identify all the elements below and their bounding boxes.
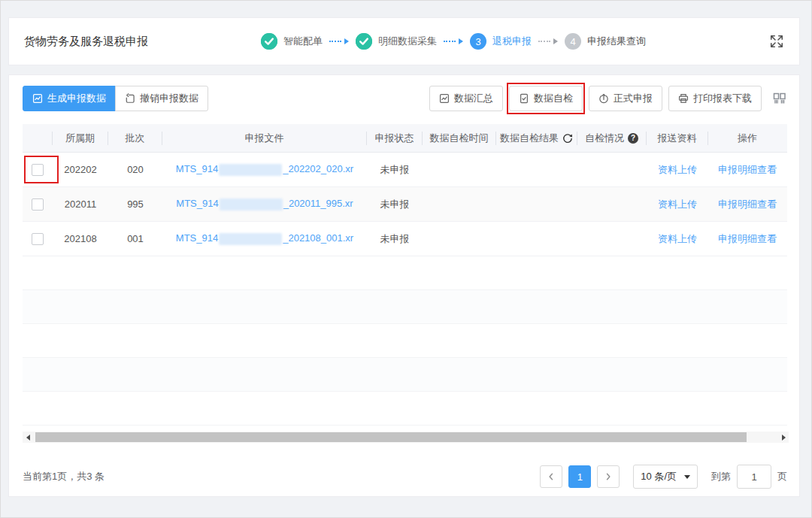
file-link[interactable]: MTS_914_202202_020.xr: [176, 163, 353, 176]
upload-link[interactable]: 资料上传: [658, 163, 697, 177]
prev-page-button[interactable]: [540, 465, 562, 488]
step-result-query[interactable]: 4 申报结果查询: [565, 33, 646, 50]
goto-suffix-label: 页: [777, 470, 787, 483]
header-label: 自检情况: [585, 132, 624, 145]
formal-declare-button[interactable]: 正式申报: [589, 86, 662, 111]
step-tax-refund-declare[interactable]: 3 退税申报: [470, 33, 532, 50]
file-link[interactable]: MTS_914_202011_995.xr: [176, 198, 353, 211]
detail-link[interactable]: 申报明细查看: [718, 163, 777, 177]
step-detail-collect[interactable]: 明细数据采集: [356, 33, 437, 50]
step-label: 退税申报: [492, 35, 532, 48]
table-row: 202108 001 MTS_914_202108_001.xr 未申报 资料上…: [23, 222, 787, 256]
button-label: 正式申报: [614, 92, 653, 105]
main-card: 生成申报数据 撤销申报数据 数据汇总: [8, 74, 800, 497]
step-label: 明细数据采集: [378, 35, 437, 48]
page-size-select[interactable]: 10 条/页: [633, 465, 698, 489]
horizontal-scrollbar[interactable]: [23, 432, 789, 443]
detail-link[interactable]: 申报明细查看: [718, 198, 777, 211]
printer-icon: [678, 93, 689, 104]
cell-status: 未申报: [367, 163, 423, 177]
fullscreen-expand-icon[interactable]: [769, 34, 784, 49]
pagination-controls: 1 10 条/页 到第 页: [540, 465, 787, 489]
button-label: 生成申报数据: [47, 92, 106, 105]
button-label: 数据自检: [534, 92, 573, 105]
chart-icon: [32, 93, 43, 104]
cell-period: 202011: [53, 198, 108, 210]
step-arrow-icon: [329, 38, 349, 44]
refresh-icon[interactable]: [562, 133, 573, 144]
scroll-left-arrow-icon[interactable]: [23, 432, 33, 443]
redaction-blur: [219, 164, 282, 176]
empty-row: [23, 290, 787, 324]
header-period: 所属期: [53, 132, 108, 145]
step-label: 智能配单: [283, 35, 323, 48]
generate-declare-data-button[interactable]: 生成申报数据: [23, 86, 116, 111]
header-check-time: 数据自检时间: [423, 132, 496, 145]
empty-row: [23, 324, 787, 358]
table-row: 202202 020 MTS_914_202202_020.xr 未申报 资料上…: [23, 153, 787, 187]
header-checkbox-column: [23, 132, 53, 145]
header-label: 数据自检结果: [500, 132, 559, 145]
revoke-declare-data-button[interactable]: 撤销申报数据: [115, 86, 208, 111]
goto-page-group: 到第 页: [711, 465, 787, 489]
step-number-icon: 4: [565, 33, 581, 50]
step-label: 申报结果查询: [587, 35, 646, 48]
print-report-download-button[interactable]: 打印报表下载: [668, 86, 762, 111]
pagination-bar: 当前第1页，共3 条 1 10 条/页 到第 页: [23, 463, 787, 490]
cell-file: MTS_914_202202_020.xr: [162, 163, 367, 176]
header-card: 货物劳务及服务退税申报 智能配单 明细数据采集 3 退税申报: [8, 17, 800, 65]
toolbar-right-group: 数据汇总 数据自检 正式申报: [429, 86, 787, 111]
row-checkbox[interactable]: [32, 198, 44, 211]
data-self-check-button[interactable]: 数据自检: [509, 86, 583, 111]
row-checkbox[interactable]: [32, 233, 44, 245]
step-smart-matching[interactable]: 智能配单: [261, 33, 323, 50]
data-summary-button[interactable]: 数据汇总: [429, 86, 503, 111]
scrollbar-thumb[interactable]: [35, 432, 747, 442]
page-number-button[interactable]: 1: [568, 465, 591, 488]
scroll-right-arrow-icon[interactable]: [778, 432, 789, 443]
document-check-icon: [519, 93, 529, 104]
step-arrow-icon: [444, 38, 463, 44]
cell-batch: 995: [108, 198, 162, 210]
toolbar-left-group: 生成申报数据 撤销申报数据: [23, 86, 208, 111]
pagination-summary: 当前第1页，共3 条: [23, 470, 105, 483]
cell-period: 202108: [53, 233, 108, 244]
check-circle-icon: [261, 33, 277, 50]
empty-row: [23, 358, 787, 392]
redaction-blur: [220, 198, 283, 211]
table-header-row: 所属期 批次 申报文件 申报状态 数据自检时间 数据自检结果 自检情况 ? 报送…: [23, 124, 787, 153]
goto-prefix-label: 到第: [711, 470, 731, 483]
step-arrow-icon: [538, 38, 558, 44]
cell-batch: 001: [108, 233, 162, 244]
file-link[interactable]: MTS_914_202108_001.xr: [176, 232, 353, 245]
cell-status: 未申报: [367, 232, 423, 246]
help-question-icon[interactable]: ?: [628, 133, 638, 144]
upload-link[interactable]: 资料上传: [658, 198, 697, 211]
goto-page-input[interactable]: [737, 465, 771, 489]
app-screen: 货物劳务及服务退税申报 智能配单 明细数据采集 3 退税申报: [0, 0, 812, 518]
cell-file: MTS_914_202108_001.xr: [162, 232, 367, 245]
step-number-icon: 3: [470, 33, 486, 50]
table-row: 202011 995 MTS_914_202011_995.xr 未申报 资料上…: [23, 187, 787, 222]
row-checkbox[interactable]: [32, 164, 44, 176]
empty-row: [23, 392, 787, 426]
dropdown-caret-icon: [684, 475, 690, 479]
detail-link[interactable]: 申报明细查看: [718, 232, 777, 246]
upload-icon: [598, 93, 609, 104]
check-circle-icon: [356, 33, 372, 50]
self-check-annotation-wrap: 数据自检: [509, 86, 583, 111]
redaction-blur: [219, 233, 282, 245]
toolbar: 生成申报数据 撤销申报数据 数据汇总: [23, 86, 787, 111]
chart-icon: [439, 93, 450, 104]
cell-status: 未申报: [367, 198, 423, 211]
header-material: 报送资料: [647, 132, 708, 145]
next-page-button[interactable]: [597, 465, 620, 488]
cell-file: MTS_914_202011_995.xr: [162, 198, 367, 211]
page-size-value: 10 条/页: [641, 470, 677, 483]
header-file: 申报文件: [162, 132, 367, 145]
empty-row: [23, 256, 787, 290]
upload-link[interactable]: 资料上传: [658, 232, 697, 246]
column-settings-icon[interactable]: [772, 91, 787, 106]
undo-icon: [125, 93, 135, 104]
declaration-table: 所属期 批次 申报文件 申报状态 数据自检时间 数据自检结果 自检情况 ? 报送…: [23, 124, 787, 426]
